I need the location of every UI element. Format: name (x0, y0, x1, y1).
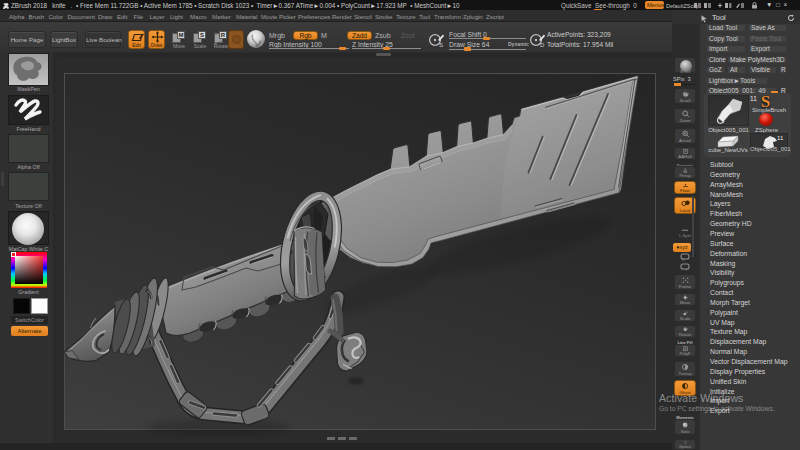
svg-text:D: D (540, 42, 545, 48)
svg-text:S: S (439, 42, 443, 48)
